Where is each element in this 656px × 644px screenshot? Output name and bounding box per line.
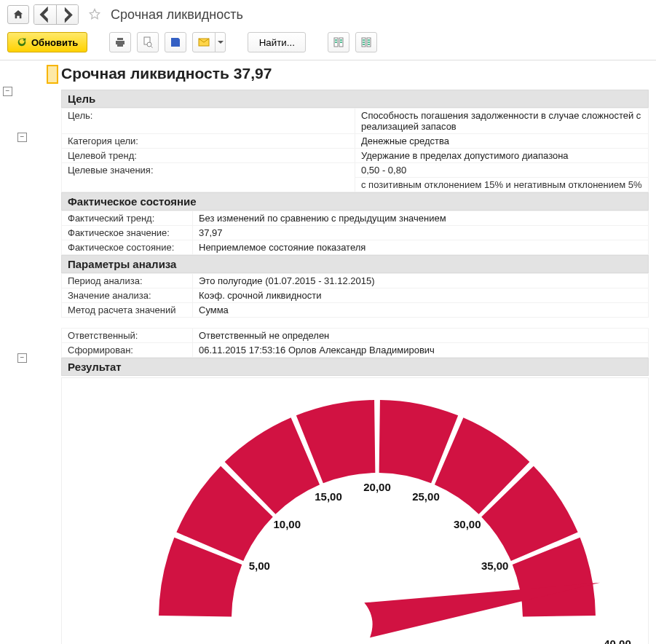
- value-actual-state: Неприемлемое состояние показателя: [193, 240, 649, 255]
- favorite-icon[interactable]: [87, 7, 102, 22]
- actual-table: Фактический тренд:Без изменений по сравн…: [61, 211, 649, 255]
- active-row-marker: [47, 65, 58, 84]
- mail-icon: [193, 36, 215, 48]
- label-category: Категория цели:: [62, 134, 355, 149]
- value-period: Это полугодие (01.07.2015 - 31.12.2015): [193, 274, 649, 288]
- label-responsible: Ответственный:: [62, 329, 193, 343]
- label-indicator: Значение анализа:: [62, 288, 193, 303]
- forward-button[interactable]: [56, 5, 78, 24]
- value-target-values-2: с позитивным отклонением 15% и негативны…: [355, 178, 649, 192]
- document-heading: Срочная ликвидность 37,97: [61, 60, 649, 90]
- svg-point-1: [147, 42, 151, 47]
- nav-group: [33, 4, 79, 25]
- chevron-down-icon: [215, 33, 225, 52]
- value-goal: Способность погашения задолженности в сл…: [355, 109, 649, 134]
- label-generated: Сформирован:: [62, 343, 193, 358]
- find-button[interactable]: Найти...: [248, 32, 306, 52]
- label-target-values: Целевые значения:: [62, 163, 355, 192]
- label-period: Период анализа:: [62, 274, 193, 288]
- svg-text:5,00: 5,00: [248, 559, 269, 572]
- value-method: Сумма: [193, 303, 649, 318]
- tree-collapse-1[interactable]: −: [3, 87, 12, 96]
- print-preview-button[interactable]: [137, 32, 159, 52]
- value-actual-trend: Без изменений по сравнению с предыдущим …: [193, 211, 649, 226]
- section-params-header: Параметры анализа: [61, 255, 649, 273]
- svg-text:15,00: 15,00: [315, 490, 342, 503]
- refresh-label: Обновить: [31, 37, 78, 48]
- label-actual-trend: Фактический тренд:: [62, 211, 193, 226]
- gauge-chart: 5,0010,0015,0020,0025,0030,0035,0040,00: [61, 377, 649, 644]
- label-actual-state: Фактическое состояние:: [62, 240, 193, 255]
- params-table: Период анализа:Это полугодие (01.07.2015…: [61, 273, 649, 318]
- print-button[interactable]: [109, 32, 131, 52]
- refresh-button[interactable]: Обновить: [7, 32, 87, 52]
- value-category: Денежные средства: [355, 134, 649, 149]
- label-actual-value: Фактическое значение:: [62, 226, 193, 240]
- tree-collapse-2[interactable]: −: [17, 133, 27, 142]
- svg-text:30,00: 30,00: [453, 518, 481, 530]
- label-method: Метод расчета значений: [62, 303, 193, 318]
- value-responsible: Ответственный не определен: [193, 329, 649, 343]
- home-button[interactable]: [7, 5, 29, 24]
- save-button[interactable]: [165, 32, 186, 52]
- svg-text:20,00: 20,00: [363, 481, 391, 493]
- label-target-trend: Целевой тренд:: [62, 149, 355, 163]
- value-target-values-1: 0,50 - 0,80: [355, 163, 649, 178]
- tree-collapse-3[interactable]: −: [17, 353, 27, 363]
- expand-groups-button[interactable]: [355, 32, 377, 52]
- meta-table: Ответственный:Ответственный не определен…: [61, 328, 649, 358]
- value-target-trend: Удержание в пределах допустимого диапазо…: [355, 149, 649, 163]
- value-actual-value: 37,97: [193, 226, 649, 240]
- goal-table: Цель:Способность погашения задолженности…: [61, 108, 649, 192]
- back-button[interactable]: [34, 5, 56, 24]
- svg-text:10,00: 10,00: [273, 518, 301, 530]
- svg-text:40,00: 40,00: [604, 637, 631, 644]
- svg-text:35,00: 35,00: [481, 559, 508, 572]
- svg-text:25,00: 25,00: [412, 490, 440, 503]
- collapse-groups-button[interactable]: [328, 32, 349, 52]
- value-indicator: Коэф. срочной ликвидности: [193, 288, 649, 303]
- section-result-header: Результат: [61, 358, 649, 376]
- label-goal: Цель:: [62, 109, 355, 134]
- page-title: Срочная ликвидность: [111, 7, 243, 23]
- section-goal-header: Цель: [61, 90, 649, 108]
- section-actual-header: Фактическое состояние: [61, 192, 649, 211]
- value-generated: 06.11.2015 17:53:16 Орлов Александр Влад…: [193, 343, 649, 358]
- send-mail-menu[interactable]: [192, 32, 226, 52]
